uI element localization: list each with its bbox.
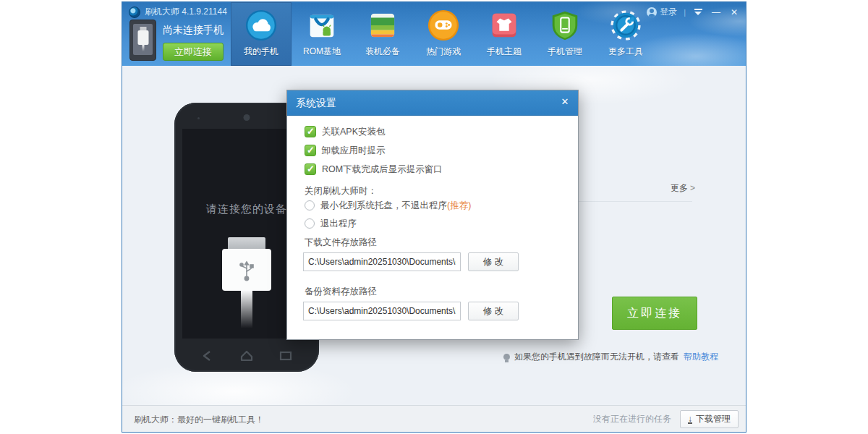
- tshirt-icon: [488, 9, 521, 42]
- status-slogan: 刷机大师：最好的一键刷机工具！: [134, 414, 264, 426]
- gear-wrench-icon: [609, 9, 642, 42]
- checkbox-label: 卸载应用时提示: [322, 145, 386, 157]
- checkbox-checked-icon[interactable]: [305, 145, 316, 156]
- backup-path-label: 备份资料存放路径: [305, 286, 377, 298]
- settings-dialog: 系统设置 ✕ 关联APK安装包 卸载应用时提示 ROM下载完成后显示提示窗口 关…: [286, 90, 579, 340]
- gamepad-icon: [427, 9, 460, 42]
- window-controls: 登录 | — ✕: [647, 6, 740, 18]
- checkbox-row-apk[interactable]: 关联APK安装包: [305, 125, 386, 138]
- checkbox-label: 关联APK安装包: [322, 126, 386, 138]
- close-button[interactable]: ✕: [728, 7, 740, 17]
- main-menu-button[interactable]: [692, 7, 704, 17]
- person-icon: [647, 7, 657, 17]
- tab-label: 手机管理: [548, 46, 582, 58]
- close-behavior-label: 关闭刷机大师时：: [305, 185, 377, 197]
- menu-icon: [694, 9, 702, 15]
- phone-speaker-dot: [197, 117, 200, 119]
- tasks-status-text: 没有正在进行的任务: [593, 413, 671, 425]
- checkbox-checked-icon[interactable]: [305, 163, 316, 175]
- radio-label: 最小化到系统托盘，不退出程序: [320, 200, 447, 210]
- device-status-block: 尚未连接手机 立即连接: [129, 20, 224, 61]
- modify-backup-path-button[interactable]: 修 改: [468, 302, 519, 320]
- radio-unselected-icon[interactable]: [305, 218, 315, 229]
- usb-plug-illustration: [222, 237, 271, 328]
- download-icon: ↓: [688, 415, 692, 424]
- recommended-hint: (推荐): [447, 200, 471, 210]
- phone-status-icon: [129, 20, 156, 61]
- tab-phone-manage[interactable]: 手机管理: [535, 2, 595, 66]
- tab-themes[interactable]: 手机主题: [474, 2, 535, 66]
- help-tutorial-link[interactable]: 帮助教程: [684, 351, 718, 363]
- minimize-button[interactable]: —: [710, 7, 722, 17]
- home-icon: [239, 350, 255, 362]
- checkbox-row-rom-notify[interactable]: ROM下载完成后显示提示窗口: [305, 163, 443, 176]
- radio-row-exit[interactable]: 退出程序: [305, 217, 357, 230]
- device-status-text: 尚未连接手机: [163, 24, 224, 37]
- phone-navbar: [174, 350, 319, 362]
- login-button[interactable]: 登录: [647, 6, 677, 18]
- titlebar: 刷机大师 4.1.9.21144: [129, 6, 227, 18]
- dialog-close-icon[interactable]: ✕: [559, 96, 571, 107]
- main-nav: 我的手机 ROM基地: [231, 2, 656, 66]
- modify-download-path-button[interactable]: 修 改: [468, 252, 519, 271]
- layers-icon: [366, 9, 399, 42]
- help-text: 如果您的手机遇到故障而无法开机，请查看: [514, 351, 679, 363]
- dialog-header: 系统设置 ✕: [287, 90, 578, 116]
- radio-row-minimize[interactable]: 最小化到系统托盘，不退出程序(推荐): [305, 199, 471, 212]
- connect-now-button[interactable]: 立即连接: [612, 297, 697, 330]
- tab-label: ROM基地: [303, 46, 341, 58]
- phone-camera-dot: [244, 114, 250, 121]
- more-label: 更多: [671, 183, 688, 193]
- dialog-title: 系统设置: [296, 97, 336, 110]
- status-bar: 刷机大师：最好的一键刷机工具！ 没有正在进行的任务 ↓ 下载管理: [122, 405, 746, 432]
- app-logo-icon: [129, 7, 140, 18]
- radio-label: 退出程序: [320, 218, 357, 230]
- recents-icon: [278, 350, 294, 362]
- tab-label: 热门游戏: [426, 46, 461, 58]
- checkbox-checked-icon[interactable]: [305, 126, 316, 137]
- tab-label: 我的手机: [244, 46, 278, 58]
- tab-essentials[interactable]: 装机必备: [352, 2, 413, 66]
- download-manager-label: 下载管理: [696, 413, 731, 425]
- shield-phone-icon: [548, 9, 582, 42]
- connect-now-small-button[interactable]: 立即连接: [163, 43, 224, 61]
- bulb-icon: [503, 354, 510, 360]
- tab-hot-games[interactable]: 热门游戏: [413, 2, 474, 66]
- cloud-phone-icon: [244, 9, 278, 42]
- dialog-body: 关联APK安装包 卸载应用时提示 ROM下载完成后显示提示窗口 关闭刷机大师时：…: [287, 116, 578, 339]
- app-title: 刷机大师 4.1.9.21144: [145, 6, 227, 18]
- login-label: 登录: [660, 6, 677, 18]
- usb-symbol-icon: [239, 258, 255, 282]
- download-path-input[interactable]: [303, 252, 461, 271]
- controls-divider: |: [684, 8, 686, 17]
- backup-path-input[interactable]: [303, 302, 461, 320]
- chevron-right-icon: >: [690, 183, 695, 193]
- tab-label: 装机必备: [365, 46, 400, 58]
- back-icon: [200, 350, 216, 362]
- radio-unselected-icon[interactable]: [305, 200, 315, 210]
- app-header: 刷机大师 4.1.9.21144 登录 | — ✕ 尚未连接手机 立即连接: [122, 2, 746, 66]
- tab-my-phone[interactable]: 我的手机: [231, 2, 292, 66]
- download-path-label: 下载文件存放路径: [305, 237, 377, 249]
- more-link[interactable]: 更多>: [671, 182, 695, 195]
- help-row: 如果您的手机遇到故障而无法开机，请查看帮助教程: [503, 351, 718, 363]
- tab-label: 更多工具: [608, 46, 643, 58]
- tab-label: 手机主题: [487, 46, 522, 58]
- checkbox-row-uninstall-prompt[interactable]: 卸载应用时提示: [305, 144, 386, 157]
- download-manager-button[interactable]: ↓ 下载管理: [680, 410, 739, 428]
- tab-rom-base[interactable]: ROM基地: [292, 2, 352, 66]
- checkbox-label: ROM下载完成后显示提示窗口: [322, 163, 443, 176]
- rom-bag-icon: [305, 9, 339, 42]
